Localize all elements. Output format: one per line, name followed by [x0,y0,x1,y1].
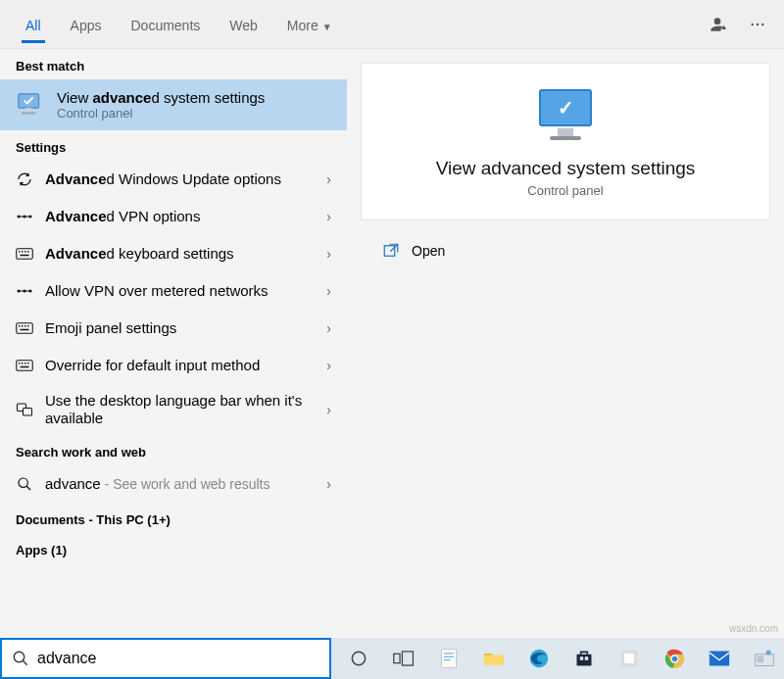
settings-list: Advanced Windows Update options › Advanc… [0,161,347,435]
svg-rect-14 [21,255,29,257]
svg-point-0 [752,23,754,24]
best-match-label: Best match [0,49,347,79]
svg-rect-37 [402,652,413,665]
tab-web[interactable]: Web [216,4,271,45]
svg-point-47 [671,655,677,661]
svg-rect-40 [577,655,592,666]
tab-all[interactable]: All [12,4,55,45]
svg-rect-4 [25,108,31,112]
web-query: advance [45,475,101,492]
svg-rect-5 [22,112,35,114]
svg-point-35 [352,652,365,664]
settings-item-vpn[interactable]: Advanced VPN options › [0,198,347,235]
feedback-icon[interactable] [708,15,727,34]
svg-rect-26 [22,363,24,364]
taskbar-app-generic[interactable] [610,638,649,679]
svg-rect-13 [27,251,29,253]
settings-item-emoji[interactable]: Emoji panel settings › [0,310,347,347]
best-match-item[interactable]: View advanced system settings Control pa… [0,79,347,130]
svg-rect-27 [24,363,26,364]
chevron-right-icon: › [326,283,331,299]
chevron-right-icon: › [326,209,331,224]
search-icon [12,650,29,667]
svg-rect-33 [384,246,395,257]
search-results: Best match View advanced system settings… [0,49,784,638]
settings-item-langbar[interactable]: Use the desktop language bar when it's a… [0,384,347,435]
chevron-down-icon: ▼ [322,22,332,32]
chevron-right-icon: › [326,171,331,187]
web-result-item[interactable]: advance - See work and web results › [0,465,347,503]
chevron-right-icon: › [326,402,331,417]
documents-label[interactable]: Documents - This PC (1+) [0,503,347,533]
best-match-text: View advanced system settings Control pa… [57,89,265,121]
svg-rect-42 [585,656,588,659]
item-rest: Use the desktop language bar when it's a… [45,392,315,427]
search-icon [16,475,33,493]
keyboard-icon [16,245,33,263]
svg-rect-23 [21,329,29,331]
cortana-icon[interactable] [339,638,378,679]
watermark: wsxdn.com [729,623,778,634]
svg-rect-9 [17,249,33,260]
search-box[interactable] [0,638,331,679]
settings-item-input-override[interactable]: Override for default input method › [0,347,347,384]
chevron-right-icon: › [326,476,331,492]
taskbar-app-chrome[interactable] [655,638,694,679]
svg-rect-48 [710,651,729,665]
search-tabs: All Apps Documents Web More▼ [0,0,784,49]
item-rest: Allow VPN over metered networks [45,282,315,300]
svg-rect-44 [624,654,634,663]
item-rest: Emoji panel settings [45,319,315,337]
item-bold: Advance [45,170,107,187]
svg-rect-31 [24,409,32,416]
more-options-icon[interactable] [749,16,766,33]
bm-title-rest: d system settings [151,89,265,106]
preview-card: ✓ View advanced system settings Control … [361,63,770,220]
taskbar-app-mail[interactable] [700,638,739,679]
item-bold: Advance [45,245,107,262]
settings-label: Settings [0,130,347,161]
item-bold: Advance [45,208,107,224]
search-input[interactable] [37,650,319,667]
item-rest: d VPN options [107,208,201,224]
tab-documents[interactable]: Documents [117,4,214,45]
item-rest: d Windows Update options [107,170,281,187]
search-web-label: Search work and web [0,435,347,465]
open-action[interactable]: Open [376,234,755,267]
svg-rect-25 [19,363,21,364]
svg-point-1 [757,23,759,24]
svg-rect-28 [27,363,29,364]
settings-item-update[interactable]: Advanced Windows Update options › [0,161,347,198]
svg-rect-19 [19,325,21,327]
web-suffix: - See work and web results [101,476,270,492]
svg-point-34 [14,652,24,662]
refresh-icon [16,170,33,188]
settings-item-keyboard[interactable]: Advanced keyboard settings › [0,235,347,272]
taskbar-app-edge[interactable] [519,638,559,679]
preview-pane: ✓ View advanced system settings Control … [347,49,784,638]
taskbar-app-explorer[interactable] [474,638,514,679]
apps-count-label[interactable]: Apps (1) [0,533,347,563]
tab-apps[interactable]: Apps [57,4,116,45]
computer-icon: ✓ [534,89,597,140]
settings-item-vpn-metered[interactable]: Allow VPN over metered networks › [0,272,347,310]
task-view-icon[interactable] [384,638,423,679]
bm-subtitle: Control panel [57,106,265,121]
svg-rect-12 [24,251,26,253]
tab-more[interactable]: More▼ [273,4,346,45]
preview-subtitle: Control panel [527,183,603,198]
open-icon [382,242,400,260]
chevron-right-icon: › [326,358,331,373]
taskbar-app-notepad[interactable] [429,638,468,679]
svg-rect-41 [580,656,583,659]
taskbar [331,638,784,679]
svg-rect-18 [17,323,33,334]
taskbar-app-store[interactable] [564,638,604,679]
preview-title: View advanced system settings [436,158,696,179]
taskbar-app-misc[interactable] [745,638,784,679]
svg-point-2 [761,23,763,24]
computer-icon [14,93,45,117]
svg-rect-10 [19,251,21,253]
svg-point-32 [19,478,27,487]
chevron-right-icon: › [326,246,331,262]
